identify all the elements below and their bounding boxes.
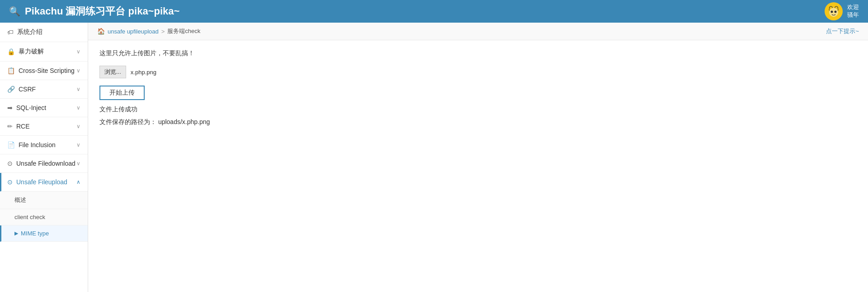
sidebar-label-fileinclusion: File Inclusion xyxy=(19,141,56,148)
chevron-down-icon-csrf: ∨ xyxy=(76,86,80,92)
sidebar-item-csrf[interactable]: 🔗 CSRF ∨ xyxy=(0,80,88,99)
sidebar: 🏷 系统介绍 🔒 暴力破解 ∨ 📋 Cross-Site Scripting ∨… xyxy=(0,23,88,292)
path-value: uploads/x.php.png xyxy=(158,118,210,125)
sidebar-sub-label-clientcheck: client check xyxy=(14,214,45,220)
content-area: 🏠 unsafe upfileupload > 服务端check 点一下提示~ … xyxy=(88,23,868,292)
breadcrumb-separator: > xyxy=(161,28,165,35)
sidebar-label-xss: Cross-Site Scripting xyxy=(19,67,75,74)
sidebar-sub-item-overview[interactable]: 概述 xyxy=(0,191,88,209)
link-icon: 🔗 xyxy=(7,86,15,93)
sidebar-label-filedownload: Unsafe Filedownload xyxy=(16,160,75,167)
sidebar-item-filedownload[interactable]: ⊙ Unsafe Filedownload ∨ xyxy=(0,154,88,173)
home-icon: 🏠 xyxy=(97,28,105,35)
header-user-area: 欢迎 骚年 xyxy=(825,2,859,20)
page-description: 这里只允许上传图片，不要乱搞！ xyxy=(99,49,857,57)
path-label: 文件保存的路径为： xyxy=(99,118,156,125)
chevron-down-icon: ∨ xyxy=(76,48,80,55)
svg-point-4 xyxy=(831,11,833,13)
chevron-down-icon-xss: ∨ xyxy=(76,67,80,74)
sidebar-label-intro: 系统介绍 xyxy=(17,28,42,36)
file-input-row: 浏览... x.php.png xyxy=(99,66,857,78)
hint-button[interactable]: 点一下提示~ xyxy=(826,27,859,35)
clipboard-icon: 📋 xyxy=(7,67,15,74)
sidebar-item-rce[interactable]: ✏ RCE ∨ xyxy=(0,117,88,136)
chevron-down-icon-fi: ∨ xyxy=(76,142,80,148)
upload-path: 文件保存的路径为： uploads/x.php.png xyxy=(99,118,857,126)
chevron-down-icon-sql: ∨ xyxy=(76,105,80,111)
chevron-down-icon-fu: ∧ xyxy=(76,179,80,185)
header-title-group: 🔍 Pikachu 漏洞练习平台 pika~pika~ xyxy=(9,5,179,18)
upload-button[interactable]: 开始上传 xyxy=(99,86,145,100)
tag-icon: 🏷 xyxy=(7,29,14,36)
breadcrumb-current: 服务端check xyxy=(167,27,200,35)
sidebar-item-xss[interactable]: 📋 Cross-Site Scripting ∨ xyxy=(0,62,88,80)
lock-icon: 🔒 xyxy=(7,48,15,55)
sidebar-item-sqlinject[interactable]: ➡ SQL-Inject ∨ xyxy=(0,99,88,117)
sidebar-item-brute[interactable]: 🔒 暴力破解 ∨ xyxy=(0,42,88,62)
active-arrow-icon: ▶ xyxy=(14,230,18,236)
svg-point-5 xyxy=(835,11,837,13)
sidebar-sub-fileupload: 概述 client check ▶ MIME type xyxy=(0,191,88,242)
breadcrumb: 🏠 unsafe upfileupload > 服务端check 点一下提示~ xyxy=(88,23,868,40)
pencil-icon: ✏ xyxy=(7,123,13,130)
chevron-down-icon-fd: ∨ xyxy=(76,160,80,167)
header: 🔍 Pikachu 漏洞练习平台 pika~pika~ 欢迎 骚年 xyxy=(0,0,868,23)
avatar xyxy=(825,2,843,20)
sidebar-item-fileupload[interactable]: ⊙ Unsafe Fileupload ∧ xyxy=(0,173,88,191)
download-icon: ⊙ xyxy=(7,160,13,167)
breadcrumb-left: 🏠 unsafe upfileupload > 服务端check xyxy=(97,27,200,35)
sidebar-label-brute: 暴力破解 xyxy=(19,48,44,56)
main-layout: 🏷 系统介绍 🔒 暴力破解 ∨ 📋 Cross-Site Scripting ∨… xyxy=(0,23,868,292)
app-title: Pikachu 漏洞练习平台 pika~pika~ xyxy=(25,5,179,18)
sidebar-sub-label-mimetype: MIME type xyxy=(21,230,49,237)
sidebar-label-fileupload: Unsafe Fileupload xyxy=(16,178,67,186)
sidebar-sub-item-clientcheck[interactable]: client check xyxy=(0,209,88,225)
welcome-text: 欢迎 骚年 xyxy=(847,4,859,19)
sidebar-label-sqlinject: SQL-Inject xyxy=(16,104,46,111)
sidebar-sub-item-mimetype[interactable]: ▶ MIME type xyxy=(0,225,88,242)
sidebar-item-fileinclusion[interactable]: 📄 File Inclusion ∨ xyxy=(0,136,88,154)
selected-file-name: x.php.png xyxy=(131,69,156,76)
chevron-down-icon-rce: ∨ xyxy=(76,123,80,129)
page-body: 这里只允许上传图片，不要乱搞！ 浏览... x.php.png 开始上传 文件上… xyxy=(88,40,868,135)
browse-button[interactable]: 浏览... xyxy=(99,66,126,78)
upload-success-message: 文件上传成功 xyxy=(99,105,857,114)
arrow-icon: ➡ xyxy=(7,104,13,111)
search-icon: 🔍 xyxy=(9,6,20,17)
upload-icon: ⊙ xyxy=(7,178,13,186)
sidebar-sub-label-overview: 概述 xyxy=(14,196,26,204)
sidebar-label-rce: RCE xyxy=(16,123,30,130)
breadcrumb-link[interactable]: unsafe upfileupload xyxy=(108,28,159,35)
file-icon: 📄 xyxy=(7,141,15,148)
sidebar-label-csrf: CSRF xyxy=(19,86,36,93)
sidebar-item-intro[interactable]: 🏷 系统介绍 xyxy=(0,23,88,42)
